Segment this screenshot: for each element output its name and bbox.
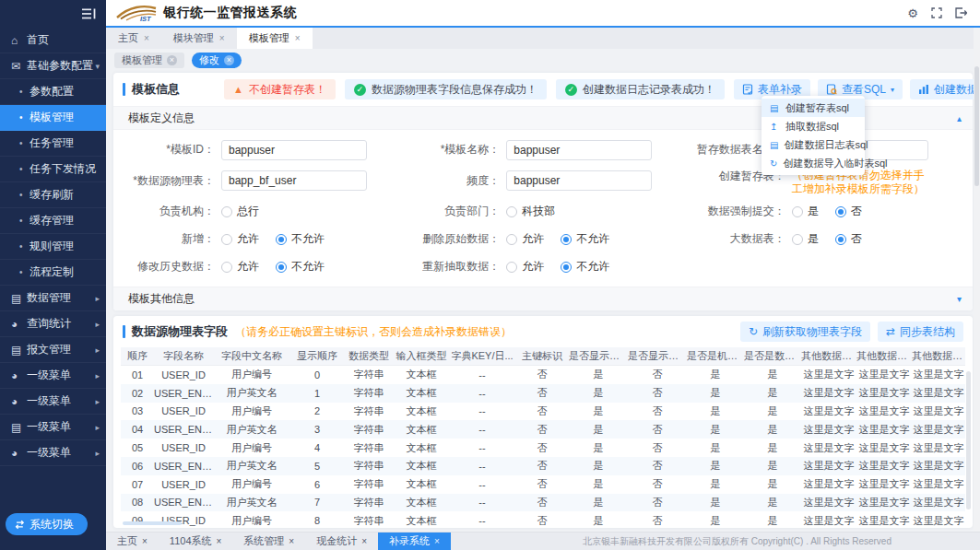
close-icon[interactable]: × [144, 33, 149, 43]
sidebar-item[interactable]: ▤ 报文管理 ▸ [0, 337, 106, 363]
sidebar-item-label: 流程定制 [30, 264, 100, 280]
sidebar-item[interactable]: • 参数配置 [0, 79, 106, 105]
table-row[interactable]: 02 USER_ENAME 用户英文名 1 字符串 文本框 -- 否 是 否 是 [121, 384, 965, 403]
app-window: ⌂ 首页 ✉ 基础参数配置 ▾ • 参数配置 • [0, 0, 980, 550]
table-cell: -- [449, 497, 515, 508]
sql-menu-item[interactable]: ▤ 创建数据日志表sql [762, 135, 865, 154]
system-switch-button[interactable]: 系统切换 [6, 513, 88, 535]
menu-icon: ⌂ [11, 34, 27, 47]
sql-menu-item[interactable]: ↻ 创建数据导入临时表sql [762, 154, 865, 172]
page-title: 银行统一监管报送系统 [163, 5, 297, 21]
sidebar-item[interactable]: ◕ 查询统计 ▸ [0, 311, 106, 337]
table-row[interactable]: 03 USER_ID 用户编号 2 字符串 文本框 -- 否 是 否 是 [121, 403, 965, 421]
breadcrumb-chip[interactable]: 修改 × [192, 53, 242, 68]
system-tab[interactable]: 补录系统 × [378, 532, 451, 550]
source-table-input[interactable] [221, 170, 367, 191]
table-cell: 否 [628, 368, 687, 381]
table-cell: 否 [515, 459, 569, 473]
table-header-cell: 字典KEY/日... [449, 349, 515, 363]
table-row[interactable]: 01 USER_ID 用户编号 0 字符串 文本框 -- 否 是 否 是 [121, 366, 965, 384]
workspace-tab[interactable]: 主页 × [106, 28, 161, 49]
breadcrumb-chip[interactable]: 模板管理 × [114, 53, 184, 68]
gear-icon[interactable]: ⚙ [907, 7, 918, 19]
logout-icon[interactable] [955, 7, 967, 18]
fullscreen-icon[interactable] [931, 7, 942, 18]
table-row[interactable]: 08 USER_ENAME 用户英文名 7 字符串 文本框 -- 否 是 否 是 [121, 494, 965, 512]
workspace-tab[interactable]: 模板管理 × [237, 28, 313, 49]
close-icon[interactable]: × [167, 55, 177, 65]
modify-history-allow-radio[interactable]: 允许 [221, 259, 259, 275]
sidebar-item[interactable]: ◕ 一级菜单 ▸ [0, 389, 106, 415]
sidebar-item[interactable]: • 缓存刷新 [0, 182, 106, 208]
sidebar-item[interactable]: ◕ 一级菜单 ▸ [0, 440, 106, 466]
big-table-no-radio[interactable]: 否 [835, 231, 862, 247]
system-tab[interactable]: 系统管理 × [232, 532, 305, 550]
sidebar-item[interactable]: • 任务下发情况 [0, 157, 106, 182]
table-cell: 是 [744, 423, 801, 437]
close-icon[interactable]: × [295, 33, 301, 43]
big-table-yes-radio[interactable]: 是 [792, 231, 819, 247]
table-vertical-scrollbar-thumb[interactable] [966, 371, 971, 509]
modify-history-not-allow-radio[interactable]: 不允许 [276, 259, 325, 275]
sql-item-label: 创建数据日志表sql [784, 138, 868, 152]
table-row[interactable]: 06 USER_ENAME 用户英文名 5 字符串 文本框 -- 否 是 否 是 [121, 457, 965, 475]
sync-structure-button[interactable]: ⇄ 同步表结构 [878, 322, 963, 342]
horizontal-scrollbar-thumb[interactable] [123, 521, 182, 525]
close-icon[interactable]: × [224, 55, 234, 65]
refresh-fields-button[interactable]: ↻ 刷新获取物理表字段 [740, 322, 870, 342]
sql-menu-item[interactable]: ▤ 创建暂存表sql [762, 99, 865, 117]
close-icon[interactable]: × [434, 536, 440, 546]
sidebar-item[interactable]: • 流程定制 [0, 260, 106, 286]
system-tab[interactable]: 现金统计 × [305, 532, 378, 550]
add-allow-radio[interactable]: 允许 [221, 231, 259, 247]
page-scrollbar-thumb[interactable] [974, 66, 979, 186]
table-cell: 这里是文字 [912, 459, 965, 473]
sidebar-item[interactable]: ⌂ 首页 [0, 28, 106, 53]
sidebar-item[interactable]: • 缓存管理 [0, 208, 106, 234]
sidebar-item[interactable]: • 任务管理 [0, 131, 106, 157]
sql-menu-item[interactable]: ↥ 抽取数据sql [762, 117, 865, 135]
sidebar-item[interactable]: • 模板管理 [0, 105, 106, 131]
close-icon[interactable]: × [289, 536, 294, 546]
sidebar-item-label: 基础参数配置 [27, 58, 95, 74]
add-not-allow-radio[interactable]: 不允许 [276, 231, 325, 247]
table-cell: 这里是文字 [856, 368, 912, 381]
table-row[interactable]: 05 USER_ID 用户编号 4 字符串 文本框 -- 否 是 否 是 [121, 439, 965, 457]
create-db-table-button[interactable]: 创建数据库表 ▾ [910, 79, 980, 99]
table-cell: 这里是文字 [912, 386, 965, 400]
del-origin-allow-radio[interactable]: 允许 [506, 231, 544, 247]
system-tab[interactable]: 1104系统 × [159, 532, 233, 550]
collapse-up-icon[interactable]: ▴ [957, 113, 962, 123]
close-icon[interactable]: × [219, 33, 225, 43]
sidebar-item[interactable]: • 规则管理 [0, 234, 106, 260]
table-row[interactable]: 09 USER_ID 用户编号 8 字符串 文本框 -- 否 是 否 是 [121, 511, 965, 528]
table-row[interactable]: 04 USER_ENAME 用户英文名 3 字符串 文本框 -- 否 是 否 是 [121, 420, 965, 439]
template-name-input[interactable] [506, 140, 652, 160]
sidebar-item[interactable]: ▤ 一级菜单 ▸ [0, 415, 106, 440]
field-label: 修改历史数据： [113, 259, 215, 275]
del-origin-not-allow-radio[interactable]: 不允许 [561, 231, 609, 247]
sidebar-item[interactable]: ▤ 数据管理 ▸ [0, 286, 106, 311]
close-icon[interactable]: × [217, 536, 222, 546]
re-extract-not-allow-radio[interactable]: 不允许 [561, 259, 609, 275]
dept-radio[interactable]: 科技部 [506, 204, 555, 219]
table-cell: 用户编号 [213, 477, 290, 491]
collapse-down-icon[interactable]: ▾ [957, 294, 962, 304]
frequency-input[interactable] [506, 170, 652, 191]
force-submit-no-radio[interactable]: 否 [835, 204, 862, 219]
org-radio[interactable]: 总行 [221, 204, 259, 219]
close-icon[interactable]: × [142, 536, 148, 546]
sql-item-icon: ▤ [770, 140, 778, 150]
menu-icon: ◕ [11, 369, 27, 382]
field-source-table: *数据源物理表： [113, 165, 398, 196]
template-id-input[interactable] [221, 140, 367, 160]
workspace-tab[interactable]: 模块管理 × [161, 28, 237, 49]
collapse-menu-icon[interactable] [82, 8, 96, 19]
force-submit-yes-radio[interactable]: 是 [792, 204, 819, 219]
re-extract-allow-radio[interactable]: 允许 [506, 259, 544, 275]
close-icon[interactable]: × [361, 536, 367, 546]
sidebar-item[interactable]: ◕ 一级菜单 ▸ [0, 363, 106, 389]
table-row[interactable]: 07 USER_ID 用户编号 6 字符串 文本框 -- 否 是 否 是 [121, 475, 965, 494]
sidebar-item[interactable]: ✉ 基础参数配置 ▾ [0, 53, 106, 79]
system-tab[interactable]: 主页 × [106, 532, 159, 550]
